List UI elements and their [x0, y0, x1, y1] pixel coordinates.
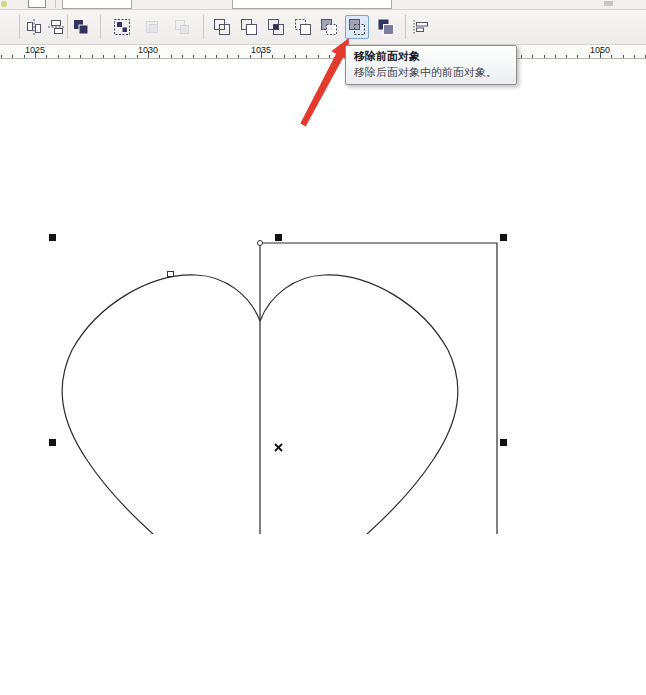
ruler-minor-tick	[58, 55, 59, 58]
ruler-minor-tick	[295, 55, 296, 58]
ruler-minor-tick	[532, 55, 533, 58]
horizontal-ruler: 102510301035104010451050	[0, 44, 646, 59]
ruler-label: 1030	[138, 45, 158, 55]
ruler-minor-tick	[69, 55, 70, 58]
trim-icon[interactable]	[239, 17, 259, 37]
ruler-minor-tick	[193, 55, 194, 58]
ruler-label: 1035	[251, 45, 271, 55]
tooltip-title: 移除前面对象	[354, 50, 508, 63]
stack-bars-icon[interactable]	[411, 17, 431, 37]
curve-node-marker[interactable]	[167, 271, 174, 277]
shaping-toolbar	[0, 10, 646, 45]
toolbar-separator	[55, 0, 56, 8]
ruler-minor-tick	[566, 55, 567, 58]
selection-handle[interactable]	[500, 234, 507, 241]
ruler-minor-tick	[216, 55, 217, 58]
ruler-minor-tick	[114, 55, 115, 58]
canvas-shapes	[0, 58, 646, 534]
ruler-minor-tick	[103, 55, 104, 58]
ruler-minor-tick	[137, 55, 138, 58]
ruler-minor-tick	[125, 55, 126, 58]
tooltip-description: 移除后面对象中的前面对象。	[354, 66, 508, 79]
create-boundary-icon[interactable]	[376, 17, 396, 37]
ruler-minor-tick	[159, 55, 160, 58]
selection-center-x-marker[interactable]	[274, 438, 283, 456]
group-disabled-icon[interactable]	[142, 17, 162, 37]
ruler-minor-tick	[340, 55, 341, 58]
ruler-minor-tick	[227, 55, 228, 58]
marquee-select-icon[interactable]	[112, 17, 132, 37]
ruler-minor-tick	[555, 55, 556, 58]
intersect-icon[interactable]	[266, 17, 286, 37]
ruler-minor-tick	[92, 55, 93, 58]
ruler-minor-tick	[272, 55, 273, 58]
selection-handle[interactable]	[500, 439, 507, 446]
cropped-tool-icon	[1, 1, 7, 7]
cropped-input-fragment[interactable]	[232, 0, 392, 9]
simplify-icon[interactable]	[293, 17, 313, 37]
cropped-input-fragment[interactable]	[62, 0, 132, 9]
ruler-minor-tick	[306, 55, 307, 58]
selection-handle[interactable]	[275, 234, 282, 241]
ruler-minor-tick	[238, 55, 239, 58]
ruler-minor-tick	[521, 55, 522, 58]
selection-handle[interactable]	[49, 439, 56, 446]
rectangle-node-marker[interactable]	[257, 240, 263, 246]
ruler-minor-tick	[250, 55, 251, 58]
selection-handle[interactable]	[49, 234, 56, 241]
ruler-minor-tick	[12, 55, 13, 58]
ruler-minor-tick	[205, 55, 206, 58]
distribute-icon[interactable]	[46, 17, 66, 37]
tooltip: 移除前面对象 移除后面对象中的前面对象。	[345, 45, 517, 85]
ruler-minor-tick	[623, 55, 624, 58]
align-center-icon[interactable]	[24, 17, 44, 37]
ruler-minor-tick	[284, 55, 285, 58]
toolbar-separator	[19, 15, 20, 39]
ungroup-disabled-icon[interactable]	[172, 17, 192, 37]
ruler-minor-tick	[634, 55, 635, 58]
ruler-minor-tick	[80, 55, 81, 58]
toolbar-separator	[100, 15, 101, 39]
remove-back-objects-icon[interactable]	[319, 17, 339, 37]
ruler-minor-tick	[171, 55, 172, 58]
shape-fragment-icon[interactable]	[0, 17, 10, 37]
ruler-minor-tick	[318, 55, 319, 58]
cropped-widget-fragment	[604, 1, 613, 6]
ruler-minor-tick	[544, 55, 545, 58]
ruler-label: 1025	[25, 45, 45, 55]
ruler-minor-tick	[46, 55, 47, 58]
cropped-dropdown-fragment	[28, 0, 46, 8]
combine-icon[interactable]	[71, 17, 91, 37]
ruler-minor-tick	[589, 55, 590, 58]
ruler-minor-tick	[1, 55, 2, 58]
ruler-minor-tick	[329, 55, 330, 58]
ruler-minor-tick	[577, 55, 578, 58]
ruler-minor-tick	[24, 55, 25, 58]
toolbar-separator	[67, 15, 68, 39]
ruler-minor-tick	[611, 55, 612, 58]
toolbar-separator	[203, 15, 204, 39]
cropped-toolbar-sliver	[0, 0, 646, 10]
remove-front-objects-icon[interactable]	[345, 15, 369, 39]
toolbar-separator	[405, 15, 406, 39]
ruler-label: 1050	[590, 45, 610, 55]
ruler-minor-tick	[182, 55, 183, 58]
weld-icon[interactable]	[212, 17, 232, 37]
